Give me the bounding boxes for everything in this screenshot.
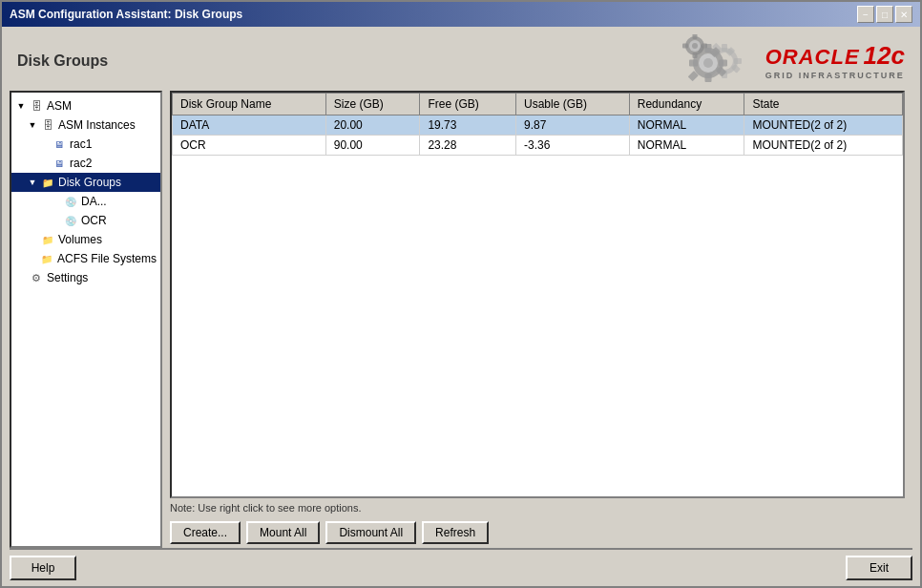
sidebar-item-disk-groups[interactable]: ▼ 📁 Disk Groups xyxy=(11,173,160,192)
footer: Help Exit xyxy=(2,550,920,586)
maximize-button[interactable]: □ xyxy=(876,6,893,23)
cell-free: 19.73 xyxy=(420,116,516,136)
mount-all-button[interactable]: Mount All xyxy=(246,521,320,544)
col-redundancy: Redundancy xyxy=(629,94,744,116)
svg-rect-2 xyxy=(722,44,727,52)
sidebar-item-rac2[interactable]: 🖥 rac2 xyxy=(11,154,160,173)
sidebar-item-label: ACFS File Systems xyxy=(57,252,157,265)
sidebar-item-label: OCR xyxy=(81,214,107,227)
svg-rect-24 xyxy=(692,52,697,58)
cell-state: MOUNTED(2 of 2) xyxy=(744,136,903,156)
cell-usable: -3.36 xyxy=(516,136,630,156)
title-bar-buttons: − □ ✕ xyxy=(857,6,912,23)
cell-usable: 9.87 xyxy=(516,116,630,136)
cell-name: OCR xyxy=(173,136,326,156)
grid-infra-text: GRID INFRASTRUCTURE xyxy=(765,71,905,80)
oracle-logo: ORACLE 12c GRID INFRASTRUCTURE xyxy=(681,34,905,87)
exit-button[interactable]: Exit xyxy=(846,556,912,580)
sidebar-item-ocr[interactable]: 💿 OCR xyxy=(11,211,160,230)
ocr-icon: 💿 xyxy=(63,213,78,228)
page-title: Disk Groups xyxy=(17,52,108,70)
svg-point-27 xyxy=(692,43,698,49)
expand-icon xyxy=(27,234,38,245)
svg-rect-26 xyxy=(682,44,688,49)
disk-groups-icon: 📁 xyxy=(40,175,55,190)
svg-rect-13 xyxy=(704,74,711,82)
oracle-text: ORACLE xyxy=(765,45,860,70)
cell-redundancy: NORMAL xyxy=(629,136,744,156)
col-free: Free (GB) xyxy=(420,94,516,116)
cell-size: 90.00 xyxy=(325,136,420,156)
col-size: Size (GB) xyxy=(325,94,420,116)
sidebar-item-label: rac1 xyxy=(70,137,92,151)
expand-icon xyxy=(50,215,61,226)
asm-instances-icon: 🗄 xyxy=(40,117,55,133)
expand-icon: ▼ xyxy=(27,177,38,188)
sidebar-item-label: Volumes xyxy=(58,233,102,246)
main-window: ASM Configuration Assistant: Disk Groups… xyxy=(0,0,922,588)
da-icon: 💿 xyxy=(63,194,78,209)
cell-name: DATA xyxy=(173,116,326,136)
content-area: Disk Groups xyxy=(2,27,920,586)
settings-icon: ⚙ xyxy=(29,270,44,285)
gears-icon xyxy=(681,34,758,87)
right-panel: Disk Group Name Size (GB) Free (GB) Usab… xyxy=(162,91,912,548)
dismount-all-button[interactable]: Dismount All xyxy=(325,521,416,544)
col-state: State xyxy=(744,94,903,116)
minimize-button[interactable]: − xyxy=(857,6,874,23)
expand-icon: ▼ xyxy=(27,119,38,131)
svg-point-20 xyxy=(703,58,713,68)
sidebar[interactable]: ▼ 🗄 ASM ▼ 🗄 ASM Instances 🖥 rac1 xyxy=(10,91,162,548)
col-name: Disk Group Name xyxy=(173,94,326,116)
acfs-icon: 📁 xyxy=(40,251,54,266)
svg-rect-25 xyxy=(702,44,707,49)
sidebar-item-label: DA... xyxy=(81,195,107,208)
sidebar-item-asm[interactable]: ▼ 🗄 ASM xyxy=(11,96,160,116)
create-button[interactable]: Create... xyxy=(170,521,241,544)
sidebar-item-rac1[interactable]: 🖥 rac1 xyxy=(11,135,160,154)
volumes-icon: 📁 xyxy=(40,232,55,247)
cell-size: 20.00 xyxy=(325,116,420,136)
expand-icon xyxy=(50,196,61,207)
table-row[interactable]: DATA20.0019.739.87NORMALMOUNTED(2 of 2) xyxy=(173,116,903,136)
refresh-button[interactable]: Refresh xyxy=(422,521,489,544)
rac1-icon: 🖥 xyxy=(52,136,67,152)
title-bar: ASM Configuration Assistant: Disk Groups… xyxy=(2,2,920,27)
col-usable: Usable (GB) xyxy=(516,94,630,116)
version-text: 12c xyxy=(864,41,905,71)
sidebar-item-asm-instances[interactable]: ▼ 🗄 ASM Instances xyxy=(11,116,160,135)
oracle-brand: ORACLE 12c GRID INFRASTRUCTURE xyxy=(765,41,905,80)
svg-rect-23 xyxy=(692,34,697,39)
sidebar-item-label: rac2 xyxy=(70,157,92,170)
header-section: Disk Groups xyxy=(2,27,920,91)
table-container: Disk Group Name Size (GB) Free (GB) Usab… xyxy=(170,91,905,498)
note-area: Note: Use right click to see more option… xyxy=(170,498,905,517)
expand-icon xyxy=(38,138,50,150)
sidebar-item-label: Disk Groups xyxy=(58,176,121,189)
rac2-icon: 🖥 xyxy=(52,156,67,171)
sidebar-item-label: ASM Instances xyxy=(58,118,136,132)
asm-icon: 🗄 xyxy=(29,98,44,114)
help-button[interactable]: Help xyxy=(10,556,76,580)
svg-rect-4 xyxy=(734,58,742,64)
svg-rect-15 xyxy=(689,60,698,67)
sidebar-item-volumes[interactable]: 📁 Volumes xyxy=(11,230,160,249)
svg-rect-14 xyxy=(719,60,727,67)
action-buttons: Create... Mount All Dismount All Refresh xyxy=(170,517,905,548)
sidebar-item-settings[interactable]: ⚙ Settings xyxy=(11,268,160,287)
expand-icon xyxy=(27,253,38,264)
expand-icon xyxy=(38,158,50,169)
sidebar-item-label: Settings xyxy=(47,271,88,284)
disk-groups-table: Disk Group Name Size (GB) Free (GB) Usab… xyxy=(172,93,903,156)
sidebar-item-acfs[interactable]: 📁 ACFS File Systems xyxy=(11,249,160,268)
table-row[interactable]: OCR90.0023.28-3.36NORMALMOUNTED(2 of 2) xyxy=(173,136,903,156)
window-title: ASM Configuration Assistant: Disk Groups xyxy=(10,8,242,21)
sidebar-item-da[interactable]: 💿 DA... xyxy=(11,192,160,211)
close-button[interactable]: ✕ xyxy=(895,6,912,23)
cell-free: 23.28 xyxy=(420,136,516,156)
cell-redundancy: NORMAL xyxy=(629,116,744,136)
sidebar-item-label: ASM xyxy=(47,99,72,113)
cell-state: MOUNTED(2 of 2) xyxy=(744,116,903,136)
note-text: Note: Use right click to see more option… xyxy=(170,502,362,514)
expand-icon xyxy=(15,272,27,284)
